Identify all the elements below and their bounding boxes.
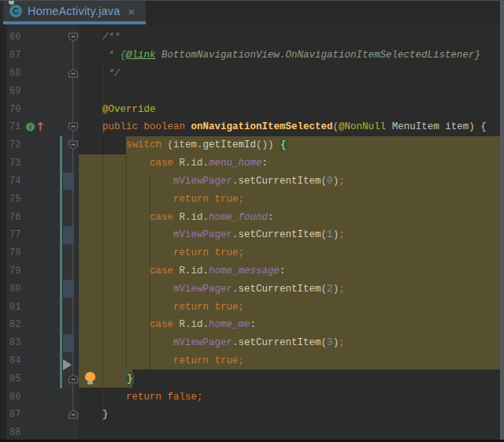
- line-number: 67: [9, 50, 20, 61]
- code-line-67[interactable]: 67 * {@link BottomNavigationView.OnNavig…: [0, 46, 504, 65]
- code-line-77[interactable]: 77 mViewPager.setCurrentItem(1);: [0, 226, 504, 244]
- code-line-76[interactable]: 76 case R.id.home_found:: [0, 208, 504, 226]
- code-line-68[interactable]: 68 */: [0, 65, 504, 83]
- gutter-line-marker: [63, 334, 74, 352]
- code-line-80[interactable]: 80 mViewPager.setCurrentItem(2);: [0, 280, 504, 298]
- code-line-85[interactable]: 85 }: [0, 370, 504, 388]
- indent-guide: [102, 388, 103, 424]
- gutter-line-marker: [63, 226, 74, 244]
- line-number: 81: [9, 302, 20, 313]
- code-lines: 66 /**67 * {@link BottomNavigationView.O…: [0, 28, 504, 442]
- code-line-83[interactable]: 83 mViewPager.setCurrentItem(3);: [0, 334, 504, 352]
- line-number: 85: [9, 373, 20, 384]
- line-number: 84: [9, 355, 20, 366]
- code-text[interactable]: case R.id.menu_home:: [79, 154, 504, 173]
- implement-marker-icon: I: [26, 123, 35, 132]
- code-text[interactable]: mViewPager.setCurrentItem(3);: [79, 334, 504, 352]
- code-text[interactable]: switch (item.getItemId()) {: [79, 136, 504, 154]
- code-text[interactable]: [79, 82, 504, 100]
- code-line-74[interactable]: 74 mViewPager.setCurrentItem(0);: [0, 173, 504, 191]
- java-class-icon: C: [9, 5, 22, 17]
- indent-guide: [150, 173, 150, 370]
- tab-title: HomeActivity.java: [28, 5, 120, 17]
- code-text[interactable]: case R.id.home_me:: [79, 316, 504, 334]
- line-number: 69: [9, 86, 20, 97]
- fold-end-icon[interactable]: [68, 410, 79, 420]
- ide-window: C HomeActivity.java × 66 /**67 * {@link …: [0, 0, 504, 442]
- line-number: 79: [9, 266, 20, 277]
- line-number: 80: [9, 284, 20, 295]
- fold-end-icon[interactable]: [68, 69, 79, 79]
- code-line-84[interactable]: 84 return true;: [0, 352, 504, 370]
- code-editor[interactable]: 66 /**67 * {@link BottomNavigationView.O…: [0, 24, 504, 442]
- window-top-edge: [0, 0, 504, 1]
- fold-end-icon[interactable]: [68, 373, 79, 384]
- code-line-71[interactable]: 71I↑ public boolean onNavigationItemSele…: [0, 118, 504, 136]
- gutter-triangle-marker: [63, 359, 72, 370]
- code-line-87[interactable]: 87 }: [0, 406, 504, 424]
- code-text[interactable]: return true;: [79, 190, 504, 208]
- code-text[interactable]: mViewPager.setCurrentItem(2);: [79, 280, 504, 298]
- line-number: 76: [9, 212, 20, 223]
- line-number: 82: [9, 319, 20, 330]
- override-arrow-icon: ↑: [35, 123, 46, 132]
- window-right-edge: [500, 0, 504, 442]
- code-text[interactable]: }: [79, 370, 504, 388]
- code-line-73[interactable]: 73 case R.id.menu_home:: [0, 154, 504, 173]
- gutter-line-marker: [63, 280, 74, 298]
- fold-start-icon[interactable]: [68, 140, 79, 150]
- code-line-79[interactable]: 79 case R.id.home_message:: [0, 262, 504, 280]
- code-line-69[interactable]: 69: [0, 82, 504, 100]
- tab-homeactivity[interactable]: C HomeActivity.java ×: [3, 1, 146, 21]
- code-text[interactable]: }: [79, 406, 504, 424]
- intention-bulb-icon[interactable]: [85, 372, 95, 381]
- code-text[interactable]: * {@link BottomNavigationView.OnNavigati…: [79, 46, 504, 65]
- overriding-method-icon[interactable]: I↑: [26, 123, 46, 132]
- code-line-82[interactable]: 82 case R.id.home_me:: [0, 316, 504, 334]
- code-text[interactable]: return true;: [79, 352, 504, 370]
- code-line-86[interactable]: 86 return false;: [0, 388, 504, 406]
- code-text[interactable]: /**: [79, 28, 504, 46]
- code-line-72[interactable]: 72 switch (item.getItemId()) {: [0, 136, 504, 154]
- line-number: 78: [9, 247, 20, 258]
- code-text[interactable]: return true;: [79, 244, 504, 262]
- code-text[interactable]: public boolean onNavigationItemSelected(…: [79, 118, 504, 136]
- gutter-line-marker: [63, 173, 74, 191]
- active-tab-underline: [3, 21, 146, 24]
- line-number: 73: [9, 158, 20, 169]
- code-text[interactable]: case R.id.home_message:: [79, 262, 504, 280]
- indent-guide: [126, 154, 127, 370]
- editor-tab-bar: C HomeActivity.java ×: [0, 0, 504, 24]
- line-number: 83: [9, 337, 20, 348]
- code-line-66[interactable]: 66 /**: [0, 28, 504, 46]
- line-number: 70: [9, 104, 20, 115]
- fold-start-icon[interactable]: [68, 122, 79, 132]
- code-line-81[interactable]: 81 return true;: [0, 298, 504, 316]
- line-number: 75: [9, 194, 20, 205]
- code-text[interactable]: return true;: [79, 298, 504, 316]
- code-text[interactable]: mViewPager.setCurrentItem(0);: [79, 173, 504, 191]
- line-number: 68: [9, 68, 20, 79]
- indent-guide: [102, 136, 103, 388]
- code-text[interactable]: mViewPager.setCurrentItem(1);: [79, 226, 504, 244]
- code-line-78[interactable]: 78 return true;: [0, 244, 504, 262]
- code-line-75[interactable]: 75 return true;: [0, 190, 504, 208]
- code-text[interactable]: */: [79, 65, 504, 83]
- line-number: 77: [9, 229, 20, 240]
- line-number: 71: [9, 121, 20, 132]
- line-number: 74: [9, 176, 20, 187]
- code-text[interactable]: @Override: [79, 100, 504, 118]
- line-number: 88: [9, 427, 20, 438]
- line-number: 66: [9, 32, 20, 43]
- code-line-70[interactable]: 70 @Override: [0, 100, 504, 118]
- line-number: 86: [9, 392, 20, 403]
- line-number: 72: [9, 139, 20, 150]
- code-text[interactable]: case R.id.home_found:: [79, 208, 504, 226]
- fold-start-icon[interactable]: [68, 32, 79, 43]
- close-tab-icon[interactable]: ×: [128, 6, 135, 17]
- code-text[interactable]: return false;: [79, 388, 504, 406]
- line-number: 87: [9, 409, 20, 420]
- indent-guide: [102, 64, 103, 136]
